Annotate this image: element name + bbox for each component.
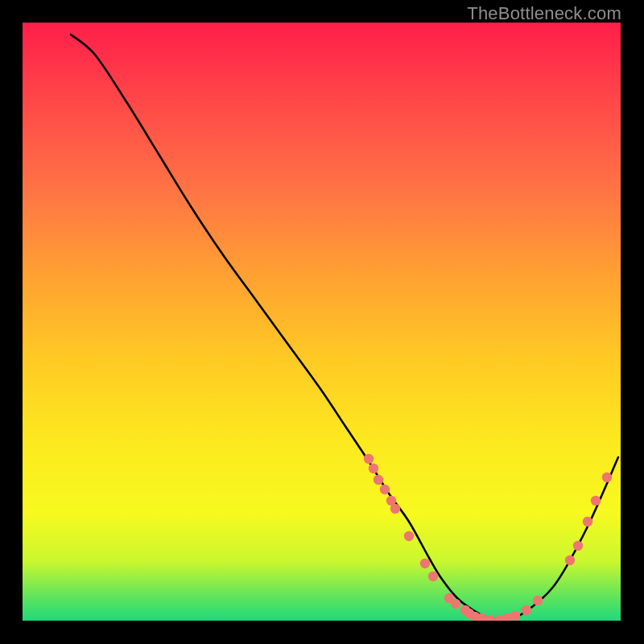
watermark-text: TheBottleneck.com (467, 3, 621, 24)
chart-plot-area (23, 23, 621, 621)
chart-background-gradient (23, 23, 621, 621)
